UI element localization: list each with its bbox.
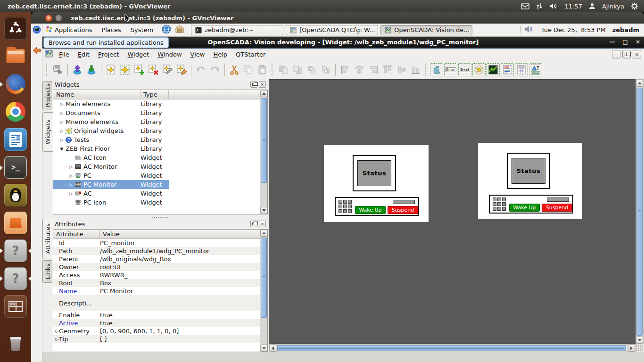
- attr-row[interactable]: IdPC_monitor: [53, 239, 267, 247]
- cut-button[interactable]: [227, 63, 241, 77]
- volume-icon[interactable]: [549, 3, 558, 9]
- keyboard-box[interactable]: Wake Up Suspend: [489, 195, 573, 214]
- tree-row[interactable]: ▷Mnemo elements Library: [53, 117, 267, 126]
- column-header-attribute[interactable]: Attribute: [53, 230, 100, 239]
- trash-icon[interactable]: [4, 333, 27, 355]
- panel-volume-icon[interactable]: [524, 25, 534, 34]
- scroll-up-icon[interactable]: [636, 80, 643, 87]
- panel-user[interactable]: zebadm: [612, 26, 639, 33]
- host-user-menu[interactable]: Ajinkya: [602, 3, 624, 10]
- taskbar-vision[interactable]: OpenSCADA: Vision de...: [380, 25, 472, 35]
- scrollbar-thumb[interactable]: [277, 345, 626, 351]
- menu-file[interactable]: File: [55, 49, 74, 59]
- menu-qtstarter[interactable]: QTStarter: [231, 49, 270, 59]
- scroll-up-icon[interactable]: [260, 90, 267, 97]
- lower-button[interactable]: [290, 63, 305, 77]
- widgets-tree-scrollbar[interactable]: [260, 90, 267, 214]
- column-header-value[interactable]: Value: [100, 230, 267, 239]
- unknown-window-icon[interactable]: ?: [4, 267, 27, 290]
- network-arrows-icon[interactable]: [536, 3, 543, 10]
- power-gear-icon[interactable]: [631, 2, 638, 10]
- monitor-frame[interactable]: Status: [507, 153, 550, 189]
- widget-properties-button[interactable]: [160, 63, 174, 77]
- elfigure-button[interactable]: [429, 63, 444, 77]
- applications-menu[interactable]: Applications: [53, 24, 97, 36]
- copy-button[interactable]: [241, 63, 256, 77]
- file-cabinet-icon[interactable]: [175, 25, 184, 35]
- menu-project[interactable]: Project: [94, 49, 124, 59]
- attr-row[interactable]: ▷Geometry[0, 0, 900, 600, 1, 1, 0, 0]: [53, 327, 267, 335]
- menu-window[interactable]: Window: [153, 49, 186, 59]
- canvas-horizontal-scrollbar[interactable]: [269, 344, 636, 352]
- panel-splitter[interactable]: [53, 215, 268, 219]
- toolbar-handle[interactable]: [272, 64, 274, 76]
- attr-row[interactable]: AccessRWRWR_: [53, 271, 267, 279]
- form-element-button[interactable]: Enter: [444, 63, 458, 77]
- attr-row[interactable]: ▷Tip[ ]: [53, 335, 267, 343]
- tree-row[interactable]: PC Icon Widget: [53, 198, 267, 207]
- tree-row[interactable]: ▷AC Monitor Widget: [53, 162, 267, 171]
- scroll-right-icon[interactable]: [628, 345, 635, 352]
- panel-clock[interactable]: Tue Dec 25, 8:53 PM: [541, 26, 606, 33]
- tab-widgets[interactable]: Widgets: [42, 112, 53, 152]
- attr-row[interactable]: Descripti...: [53, 295, 267, 311]
- column-header-name[interactable]: Name: [53, 90, 140, 99]
- canvas-vertical-scrollbar[interactable]: [636, 79, 644, 344]
- column-header-type[interactable]: Type: [140, 90, 169, 99]
- unknown-window-icon[interactable]: ?: [4, 239, 27, 262]
- attr-row[interactable]: Activetrue: [53, 319, 267, 327]
- monitor-frame[interactable]: Status: [353, 155, 396, 191]
- firefox-icon[interactable]: [4, 73, 27, 95]
- workspace-switcher-icon[interactable]: [4, 295, 27, 318]
- files-icon[interactable]: [4, 45, 27, 67]
- paste-button[interactable]: [256, 63, 270, 77]
- lower-bottom-button[interactable]: [319, 63, 333, 77]
- value-button[interactable]: Value: [528, 63, 543, 77]
- attr-row[interactable]: Path/wlb_zeb_module1/wdg_PC_monitor: [53, 247, 267, 255]
- scroll-up-icon[interactable]: [260, 230, 267, 237]
- taskbar-terminal[interactable]: zebadm@zeb:~: [191, 25, 283, 35]
- mdi-close-icon[interactable]: ×: [633, 50, 641, 58]
- align-right-button[interactable]: [366, 63, 380, 77]
- scroll-down-icon[interactable]: [636, 337, 643, 344]
- tree-row[interactable]: ▷PC Widget: [53, 171, 267, 180]
- delete-widget-button[interactable]: [146, 63, 160, 77]
- penguin-game-icon[interactable]: [4, 184, 27, 206]
- tree-row[interactable]: ▷Original widgets Library: [53, 126, 267, 135]
- mdi-minimize-icon[interactable]: –: [612, 50, 620, 58]
- terminal-icon[interactable]: >_: [4, 156, 27, 179]
- minimize-icon[interactable]: —: [610, 39, 615, 45]
- tab-projects[interactable]: Projects: [42, 81, 52, 110]
- suspend-button[interactable]: Suspend: [542, 204, 572, 212]
- tree-row[interactable]: ▷Tests Library: [53, 135, 267, 144]
- run-widget-button[interactable]: [51, 63, 65, 77]
- pc-monitor-widget-preview[interactable]: Status Wake Up Suspend: [324, 145, 429, 222]
- tree-row[interactable]: ▷AC Widget: [53, 189, 267, 198]
- close-icon[interactable]: ×: [45, 15, 52, 22]
- software-center-icon[interactable]: [4, 212, 27, 234]
- scroll-left-icon[interactable]: [269, 345, 276, 352]
- scroll-down-icon[interactable]: [260, 345, 267, 352]
- redo-button[interactable]: [208, 63, 222, 77]
- scrollbar-thumb[interactable]: [261, 98, 267, 183]
- attr-row[interactable]: Parent/wlb_originals/wdg_Box: [53, 255, 267, 263]
- tree-row[interactable]: ▷Main elements Library: [53, 99, 267, 108]
- libreoffice-writer-icon[interactable]: [4, 128, 27, 151]
- status-box[interactable]: Status: [357, 160, 391, 186]
- pc-monitor-widget-preview[interactable]: Status Wake Up Suspend: [478, 143, 582, 219]
- align-hcenter-button[interactable]: [352, 63, 366, 77]
- close-panel-icon[interactable]: ×: [259, 221, 266, 227]
- menu-widget[interactable]: Widget: [123, 49, 153, 59]
- status-box[interactable]: Status: [512, 158, 545, 184]
- attr-row[interactable]: NamePC Monitor: [53, 287, 267, 295]
- toolbar-handle[interactable]: [425, 64, 428, 76]
- raise-button[interactable]: [276, 63, 290, 77]
- suspend-button[interactable]: Suspend: [388, 206, 418, 214]
- library-button[interactable]: [118, 63, 132, 77]
- align-vcenter-button[interactable]: [395, 63, 409, 77]
- attr-row[interactable]: Enabletrue: [53, 311, 267, 319]
- tree-row[interactable]: AC Icon Widget: [53, 153, 267, 162]
- align-bottom-button[interactable]: [409, 63, 423, 77]
- tree-row-selected[interactable]: ▷PC Monitor Widget: [53, 180, 267, 189]
- close-icon[interactable]: ✕: [636, 39, 640, 45]
